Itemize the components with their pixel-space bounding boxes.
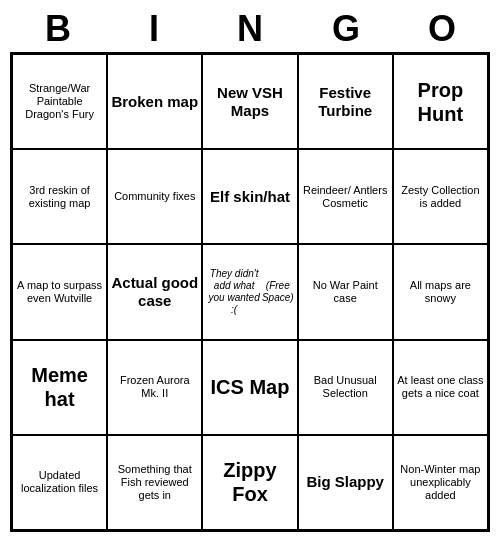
header-g: G: [298, 8, 394, 50]
bingo-cell-17: ICS Map: [202, 340, 297, 435]
bingo-cell-16: Frozen Aurora Mk. II: [107, 340, 202, 435]
bingo-cell-15: Meme hat: [12, 340, 107, 435]
header-i: I: [106, 8, 202, 50]
bingo-cell-2: New VSH Maps: [202, 54, 297, 149]
bingo-cell-20: Updated localization files: [12, 435, 107, 530]
bingo-cell-5: 3rd reskin of existing map: [12, 149, 107, 244]
bingo-cell-8: Reindeer/ Antlers Cosmetic: [298, 149, 393, 244]
bingo-header: B I N G O: [10, 8, 490, 50]
bingo-cell-24: Non-Winter map unexplicably added: [393, 435, 488, 530]
bingo-cell-19: At least one class gets a nice coat: [393, 340, 488, 435]
bingo-cell-14: All maps are snowy: [393, 244, 488, 339]
bingo-cell-0: Strange/War Paintable Dragon's Fury: [12, 54, 107, 149]
bingo-grid: Strange/War Paintable Dragon's FuryBroke…: [10, 52, 490, 532]
header-o: O: [394, 8, 490, 50]
bingo-cell-11: Actual good case: [107, 244, 202, 339]
bingo-cell-21: Something that Fish reviewed gets in: [107, 435, 202, 530]
bingo-cell-22: Zippy Fox: [202, 435, 297, 530]
bingo-cell-12: They didn't add what you wanted :((Free …: [202, 244, 297, 339]
header-b: B: [10, 8, 106, 50]
bingo-cell-13: No War Paint case: [298, 244, 393, 339]
bingo-cell-23: Big Slappy: [298, 435, 393, 530]
bingo-cell-3: Festive Turbine: [298, 54, 393, 149]
bingo-cell-9: Zesty Collection is added: [393, 149, 488, 244]
bingo-cell-7: Elf skin/hat: [202, 149, 297, 244]
bingo-cell-18: Bad Unusual Selection: [298, 340, 393, 435]
bingo-cell-4: Prop Hunt: [393, 54, 488, 149]
bingo-cell-6: Community fixes: [107, 149, 202, 244]
header-n: N: [202, 8, 298, 50]
bingo-cell-1: Broken map: [107, 54, 202, 149]
bingo-cell-10: A map to surpass even Wutville: [12, 244, 107, 339]
